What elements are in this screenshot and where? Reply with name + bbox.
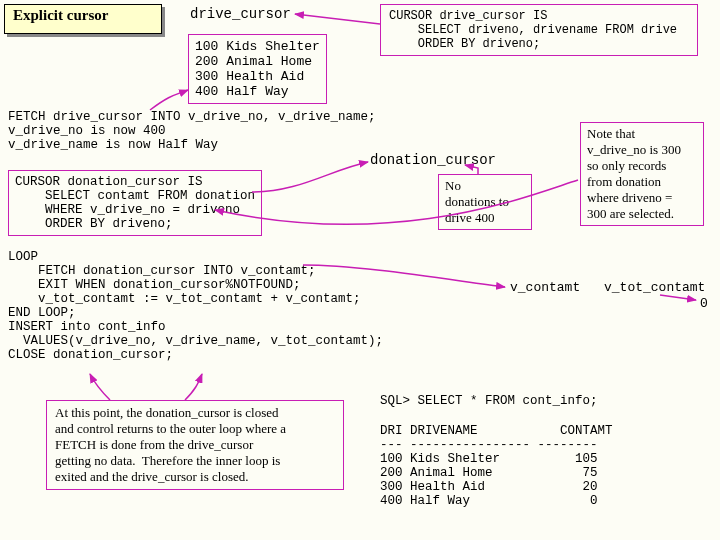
donation-cursor-def: CURSOR donation_cursor IS SELECT contamt… xyxy=(15,175,255,231)
drive-cursor-def: CURSOR drive_cursor IS SELECT driveno, d… xyxy=(389,9,689,51)
v-tot-contamt-value: 0 xyxy=(700,296,708,311)
title-text: Explicit cursor xyxy=(13,7,108,23)
drive-cursor-def-box: CURSOR drive_cursor IS SELECT driveno, d… xyxy=(380,4,698,56)
donation-cursor-def-box: CURSOR donation_cursor IS SELECT contamt… xyxy=(8,170,262,236)
drive-cursor-data: 100 Kids Shelter 200 Animal Home 300 Hea… xyxy=(195,39,320,99)
sql-result: DRI DRIVENAME CONTAMT --- --------------… xyxy=(380,424,613,508)
title-box: Explicit cursor xyxy=(4,4,162,34)
donation-cursor-heading: donation_cursor xyxy=(370,152,496,168)
note-text: Note that v_drive_no is 300 so only reco… xyxy=(587,126,697,222)
no-donations-text: No donations to drive 400 xyxy=(445,178,525,226)
drive-cursor-heading: drive_cursor xyxy=(190,6,291,22)
drive-cursor-data-box: 100 Kids Shelter 200 Animal Home 300 Hea… xyxy=(188,34,327,104)
v-contamt-label: v_contamt xyxy=(510,280,580,295)
sql-query: SQL> SELECT * FROM cont_info; xyxy=(380,394,598,408)
loop-code: LOOP FETCH donation_cursor INTO v_contam… xyxy=(8,250,383,362)
fetch-text: FETCH drive_cursor INTO v_drive_no, v_dr… xyxy=(8,110,376,152)
closing-note-text: At this point, the donation_cursor is cl… xyxy=(55,405,335,485)
no-donations-box: No donations to drive 400 xyxy=(438,174,532,230)
v-tot-contamt-label: v_tot_contamt xyxy=(604,280,705,295)
closing-note-box: At this point, the donation_cursor is cl… xyxy=(46,400,344,490)
note-box: Note that v_drive_no is 300 so only reco… xyxy=(580,122,704,226)
